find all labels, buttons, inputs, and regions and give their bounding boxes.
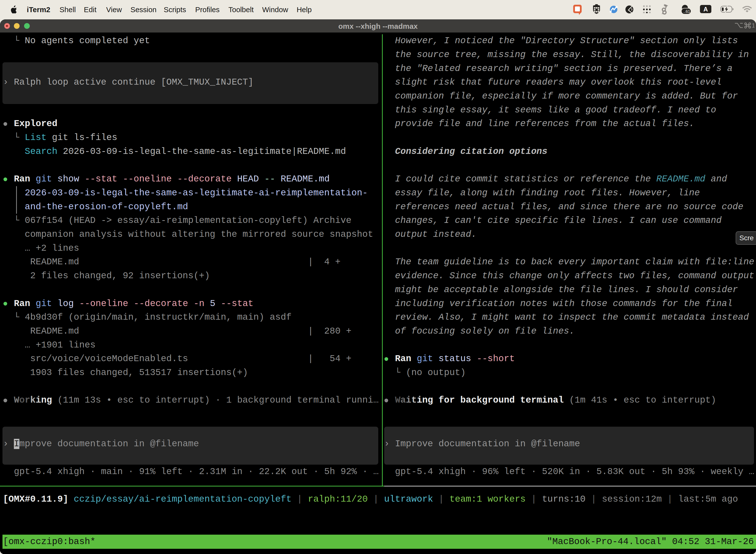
svg-text:A: A: [703, 6, 708, 13]
svg-text:..61: ..61: [683, 9, 690, 14]
svg-text:1: 1: [752, 22, 755, 29]
